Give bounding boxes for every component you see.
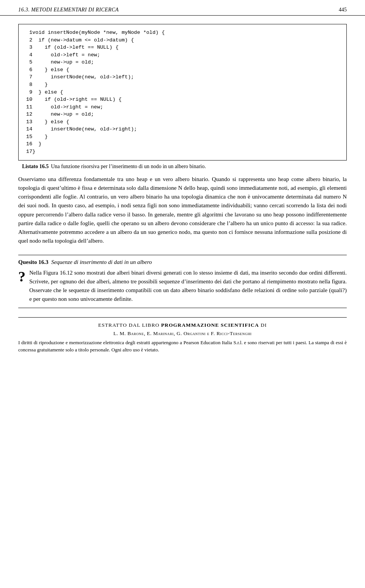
quesito-label: Quesito 16.3 [18, 259, 48, 265]
code-line: 11 old->right = new; [19, 103, 346, 111]
code-listing-box: 1void insertNode(myNode *new, myNode *ol… [18, 24, 347, 161]
code-line-number: 9 [19, 89, 32, 96]
code-line-text: } [32, 148, 346, 156]
code-line-number: 3 [19, 44, 32, 51]
question-mark-icon: ? [18, 269, 25, 284]
code-line-text: new->up = old; [32, 111, 346, 118]
header-page-number: 445 [339, 7, 347, 13]
code-line: 14 insertNode(new, old->right); [19, 126, 346, 133]
code-line-text: } [32, 81, 346, 89]
code-line: 16 } [19, 140, 346, 148]
code-line-text: if (new->datum <= old->datum) { [32, 37, 346, 44]
footer-body-text: I diritti di riproduzione e memorizzazio… [18, 339, 347, 354]
caption-label: Listato 16.5 [22, 164, 49, 170]
main-content: 1void insertNode(myNode *new, myNode *ol… [0, 24, 365, 308]
code-line-text: old->left = new; [32, 51, 346, 59]
code-line-number: 15 [19, 133, 32, 141]
footer-title-pre: Estratto dal libro [98, 322, 161, 328]
footer-title: Estratto dal libro Programmazione Scient… [18, 322, 347, 328]
code-line-text: new->up = old; [32, 59, 346, 66]
code-line: 17} [19, 148, 346, 156]
code-line: 15 } [19, 133, 346, 141]
code-line: 7 insertNode(new, old->left); [19, 73, 346, 81]
body-paragraph: Osserviamo una differenza fondamentale t… [18, 175, 347, 246]
code-line: 13 } else { [19, 118, 346, 126]
code-line-text: } [32, 133, 346, 141]
code-line: 5 new->up = old; [19, 59, 346, 66]
code-line-number: 6 [19, 66, 32, 74]
code-line-number: 11 [19, 103, 32, 111]
code-line: 2 if (new->datum <= old->datum) { [19, 37, 346, 44]
code-line-number: 16 [19, 140, 32, 148]
footer-title-book: Programmazione Scientifica [161, 322, 259, 328]
quesito-header: Quesito 16.3 Sequenze di inserimento di … [18, 259, 347, 265]
code-line-text: } else { [32, 118, 346, 126]
code-line-text: if (old->right == NULL) { [32, 96, 346, 103]
header-chapter: 16.3. METODI ELEMENTARI DI RICERCA [18, 7, 119, 13]
code-line-text: if (old->left == NULL) { [32, 44, 346, 51]
caption-text: Una funzione risorsiva per l’inserimento… [51, 164, 206, 170]
code-line: 9 } else { [19, 89, 346, 96]
code-line-text: } else { [32, 66, 346, 74]
footer-authors: L. M. Barone, E. Marinari, G. Organtini … [18, 331, 347, 337]
code-line-text: } else { [32, 89, 346, 96]
listing-caption: Listato 16.5 Una funzione risorsiva per … [18, 164, 347, 170]
body-text-container: Osserviamo una differenza fondamentale t… [18, 175, 347, 246]
code-line-text: insertNode(new, old->left); [32, 73, 346, 81]
code-line-number: 17 [19, 148, 32, 156]
code-line-number: 5 [19, 59, 32, 66]
quesito-body-text: Nella Figura 16.12 sono mostrati due alb… [29, 269, 347, 304]
code-line-number: 2 [19, 37, 32, 44]
quesito-content: ? Nella Figura 16.12 sono mostrati due a… [18, 269, 347, 304]
code-line-number: 14 [19, 126, 32, 133]
code-line-number: 13 [19, 118, 32, 126]
page-footer: Estratto dal libro Programmazione Scient… [18, 317, 347, 354]
footer-title-post: di [259, 322, 267, 328]
page-header: 16.3. METODI ELEMENTARI DI RICERCA 445 [0, 0, 365, 16]
code-line-number: 8 [19, 81, 32, 89]
code-line: 4 old->left = new; [19, 51, 346, 59]
code-line-number: 4 [19, 51, 32, 59]
code-line-number: 10 [19, 96, 32, 103]
code-line-text: } [32, 140, 346, 148]
code-line: 8 } [19, 81, 346, 89]
code-line: 1void insertNode(myNode *new, myNode *ol… [19, 29, 346, 37]
quesito-title: Sequenze di inserimento di dati in un al… [50, 259, 152, 265]
footer-authors-text: L. M. Barone, E. Marinari, G. Organtini … [113, 331, 252, 336]
page: 16.3. METODI ELEMENTARI DI RICERCA 445 1… [0, 0, 365, 588]
quesito-box: Quesito 16.3 Sequenze di inserimento di … [18, 255, 347, 308]
code-line-number: 1 [19, 29, 32, 37]
code-line: 12 new->up = old; [19, 111, 346, 118]
code-line-text: void insertNode(myNode *new, myNode *old… [32, 29, 346, 37]
code-line-text: old->right = new; [32, 103, 346, 111]
code-line: 6 } else { [19, 66, 346, 74]
code-line-text: insertNode(new, old->right); [32, 126, 346, 133]
code-table: 1void insertNode(myNode *new, myNode *ol… [19, 29, 346, 156]
code-line: 3 if (old->left == NULL) { [19, 44, 346, 51]
code-line-number: 12 [19, 111, 32, 118]
code-line: 10 if (old->right == NULL) { [19, 96, 346, 103]
code-line-number: 7 [19, 73, 32, 81]
